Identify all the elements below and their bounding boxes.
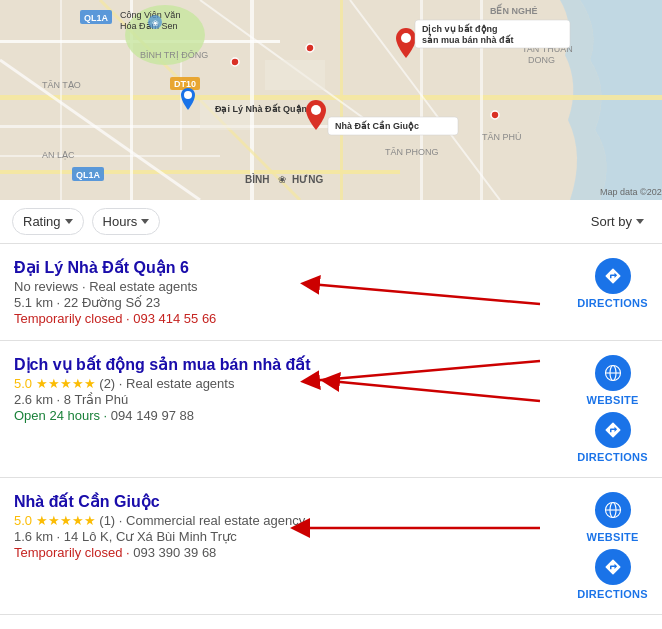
svg-text:AN LẠC: AN LẠC [42, 150, 75, 160]
rating-filter-btn[interactable]: Rating [12, 208, 84, 235]
sort-by-btn[interactable]: Sort by [585, 209, 650, 234]
listing-status-1: Temporarily closed · 093 414 55 66 [14, 311, 567, 326]
svg-point-50 [231, 58, 239, 66]
more-places-bar[interactable]: More places [0, 615, 662, 629]
svg-text:Dịch vụ bất động: Dịch vụ bất động [422, 23, 498, 34]
svg-text:DONG: DONG [528, 55, 555, 65]
svg-text:DT10: DT10 [174, 79, 196, 89]
svg-text:sản mua bán nhà đất: sản mua bán nhà đất [422, 33, 514, 45]
listing-name-1[interactable]: Đại Lý Nhà Đất Quận 6 [14, 258, 567, 277]
listing-name-3[interactable]: Nhà đất Cần Giuộc [14, 492, 567, 511]
svg-text:❀: ❀ [152, 19, 159, 28]
listing-item-2: Dịch vụ bất động sản mua bán nhà đất 5.0… [0, 341, 662, 478]
hours-chevron-icon [141, 219, 149, 224]
listing-distance-1: 5.1 km · 22 Đường Số 23 [14, 295, 567, 310]
directions-btn-3[interactable]: DIRECTIONS [577, 549, 648, 600]
svg-point-43 [401, 33, 411, 43]
svg-rect-13 [0, 125, 350, 128]
svg-text:Đại Lý Nhà Đất Quận 6: Đại Lý Nhà Đất Quận 6 [215, 103, 315, 114]
listing-phone-2: 094 149 97 88 [111, 408, 194, 423]
svg-point-34 [184, 91, 192, 99]
listing-count-3: (1) · Commercial real estate agency [99, 513, 305, 528]
svg-text:HƯNG: HƯNG [292, 174, 323, 185]
listing-count-2: (2) · Real estate agents [99, 376, 234, 391]
website-btn-2[interactable]: WEBSITE [586, 355, 638, 406]
directions-icon-1 [595, 258, 631, 294]
website-icon-2 [595, 355, 631, 391]
svg-point-51 [306, 44, 314, 52]
directions-btn-2[interactable]: DIRECTIONS [577, 412, 648, 463]
svg-rect-15 [60, 0, 62, 200]
hours-filter-btn[interactable]: Hours [92, 208, 161, 235]
listing-phone-1: 093 414 55 66 [133, 311, 216, 326]
svg-text:Map data ©2020: Map data ©2020 [600, 187, 662, 197]
svg-rect-14 [0, 155, 220, 157]
svg-rect-19 [265, 60, 325, 90]
sort-by-chevron-icon [636, 219, 644, 224]
rating-filter-label: Rating [23, 214, 61, 229]
svg-text:❀: ❀ [278, 174, 286, 185]
listing-content-2: Dịch vụ bất động sản mua bán nhà đất 5.0… [14, 355, 567, 423]
directions-icon-3 [595, 549, 631, 585]
svg-text:TÂN PHÚ: TÂN PHÚ [482, 132, 522, 142]
directions-label-2: DIRECTIONS [577, 451, 648, 463]
svg-text:TÂN TẠO: TÂN TẠO [42, 80, 81, 90]
listing-rating-2: 5.0 ★★★★★ (2) · Real estate agents [14, 376, 567, 391]
listing-distance-3: 1.6 km · 14 Lô K, Cư Xá Bùi Minh Trực [14, 529, 567, 544]
svg-rect-4 [250, 0, 254, 200]
website-icon-3 [595, 492, 631, 528]
listing-status-2: Open 24 hours · 094 149 97 88 [14, 408, 567, 423]
listing-rating-3: 5.0 ★★★★★ (1) · Commercial real estate a… [14, 513, 567, 528]
directions-btn-1[interactable]: DIRECTIONS [577, 258, 648, 309]
svg-text:BÌNH TRỊ ĐÔNG: BÌNH TRỊ ĐÔNG [140, 50, 208, 60]
svg-text:BÌNH: BÌNH [245, 173, 269, 185]
svg-rect-16 [180, 50, 182, 150]
svg-text:QL1A: QL1A [84, 13, 109, 23]
listing-distance-2: 2.6 km · 8 Trần Phú [14, 392, 567, 407]
listing-actions-2: WEBSITE DIRECTIONS [577, 355, 648, 463]
filters-bar: Rating Hours Sort by [0, 200, 662, 244]
directions-label-1: DIRECTIONS [577, 297, 648, 309]
svg-point-52 [491, 111, 499, 119]
listing-content-3: Nhà đất Cần Giuộc 5.0 ★★★★★ (1) · Commer… [14, 492, 567, 560]
directions-label-3: DIRECTIONS [577, 588, 648, 600]
svg-point-47 [311, 105, 321, 115]
listings-container: Đại Lý Nhà Đất Quận 6 No reviews · Real … [0, 244, 662, 615]
svg-text:QL1A: QL1A [76, 170, 101, 180]
website-btn-3[interactable]: WEBSITE [586, 492, 638, 543]
listing-item-3: Nhà đất Cần Giuộc 5.0 ★★★★★ (1) · Commer… [0, 478, 662, 615]
listing-content-1: Đại Lý Nhà Đất Quận 6 No reviews · Real … [14, 258, 567, 326]
svg-rect-5 [340, 0, 343, 200]
website-label-2: WEBSITE [586, 394, 638, 406]
listing-status-3: Temporarily closed · 093 390 39 68 [14, 545, 567, 560]
listing-phone-3: 093 390 39 68 [133, 545, 216, 560]
directions-icon-2 [595, 412, 631, 448]
svg-text:TÂN PHONG: TÂN PHONG [385, 147, 439, 157]
listing-actions-1: DIRECTIONS [577, 258, 648, 309]
listing-meta-1: No reviews · Real estate agents [14, 279, 567, 294]
svg-text:Nhà Đất Cần Giuộc: Nhà Đất Cần Giuộc [335, 120, 419, 131]
listing-stars-3: 5.0 ★★★★★ [14, 513, 96, 528]
listing-actions-3: WEBSITE DIRECTIONS [577, 492, 648, 600]
map-container[interactable]: QL1A DT10 QL1A BẾN NGHÉ Công Viên Văn Hó… [0, 0, 662, 200]
hours-filter-label: Hours [103, 214, 138, 229]
rating-chevron-icon [65, 219, 73, 224]
listing-name-2[interactable]: Dịch vụ bất động sản mua bán nhà đất [14, 355, 567, 374]
listing-stars-2: 5.0 ★★★★★ [14, 376, 96, 391]
website-label-3: WEBSITE [586, 531, 638, 543]
listing-item: Đại Lý Nhà Đất Quận 6 No reviews · Real … [0, 244, 662, 341]
sort-by-label: Sort by [591, 214, 632, 229]
